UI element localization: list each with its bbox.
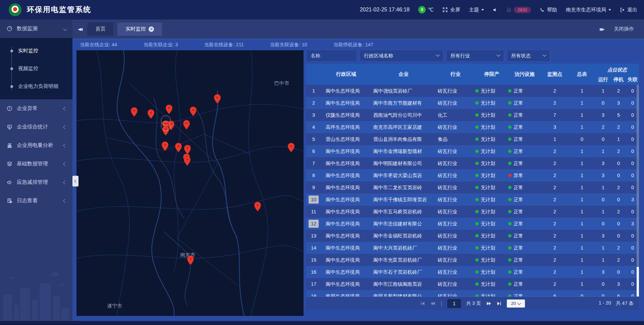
cell-index: 3: [306, 112, 321, 118]
table-row[interactable]: 3仪陇生态环境局西南油气田分公司川中化工无计划正常71350: [306, 109, 639, 121]
cell-running: 1: [595, 88, 611, 94]
table-row[interactable]: 4高坪生态环境局南充市高坪区王家店建砖瓦行业无计划正常31220: [306, 121, 639, 133]
cell-running: 0: [595, 137, 611, 142]
map-pin-icon[interactable]: [162, 142, 169, 152]
table-row[interactable]: 6阆中生态环境局阆中市金博瑞新型墙材砖瓦行业无计划正常21120: [306, 145, 639, 157]
cell-monitor-points: 2: [541, 88, 569, 94]
mute-button[interactable]: [493, 7, 498, 12]
col-header-total-meters: 总表: [569, 64, 595, 85]
tab-home[interactable]: 首页: [87, 22, 113, 36]
first-page-button[interactable]: [420, 301, 425, 306]
cell-industry: 砖瓦行业: [436, 172, 475, 179]
map-panel[interactable]: 巴中市南充市遂宁市: [76, 50, 304, 316]
map-pin-icon[interactable]: [214, 94, 221, 105]
status-dot: [475, 234, 479, 237]
sidebar-item-data-monitor[interactable]: 数据监测: [0, 19, 72, 38]
status-dot: [475, 138, 479, 141]
tab-scroll-right-icon[interactable]: ◀◀: [599, 27, 604, 32]
scrollbar-thumb[interactable]: [637, 267, 639, 296]
map-pin-icon[interactable]: [166, 105, 173, 115]
cell-company: 阆中市千佛镇五郎垭页岩: [371, 197, 436, 203]
col-header-index: [306, 64, 321, 85]
app-header: 环保用电监管系统 2021-02-25 17:46:18 0 ℃ 全屏 主题 2…: [0, 0, 644, 19]
cell-index: 11: [306, 209, 321, 214]
fullscreen-button[interactable]: 全屏: [442, 7, 460, 13]
page-number-input[interactable]: 1: [447, 299, 461, 308]
industry-filter-select[interactable]: 所有行业: [446, 50, 504, 62]
table-row[interactable]: 11阆中生态环境局阆中市五马桥页岩机砖砖瓦行业无计划正常21120: [306, 206, 639, 218]
stat-item: 当前失联设备: 10: [270, 42, 307, 48]
cell-monitor-points: 2: [541, 221, 569, 226]
sidebar-item-label: 应急减排管理: [17, 179, 48, 186]
tab-realtime-monitor[interactable]: 实时监控 ✕: [117, 22, 162, 36]
sidebar-item-enterprise-anomaly[interactable]: 企业异常: [0, 99, 72, 118]
map-pin-icon[interactable]: [148, 109, 155, 120]
close-operations-button[interactable]: 关闭操作: [614, 26, 634, 32]
help-button[interactable]: 帮助: [540, 7, 557, 13]
table-row[interactable]: 13阆中生态环境局阆中市金福旺页岩机砖砖瓦行业无计划正常21300: [306, 230, 639, 242]
map-pin-icon[interactable]: [130, 107, 138, 118]
table-row[interactable]: 12阆中生态环境局阆中市忠信建材有限公砖瓦行业无计划正常21003: [306, 218, 639, 230]
table-row[interactable]: 10阆中生态环境局阆中市千佛镇五郎垭页岩砖瓦行业无计划正常21003: [306, 194, 639, 206]
sidebar-item-log-view[interactable]: 日志查看: [0, 192, 72, 210]
table-row[interactable]: 8阆中生态环境局阆中市枣碧大梁山页岩砖瓦行业无计划异常21300: [306, 169, 639, 181]
table-row[interactable]: 15阆中生态环境局阆中市光富页岩机砖厂砖瓦行业无计划正常21120: [306, 254, 639, 266]
table-row[interactable]: 1阆中生态环境局阆中强锐页岩砖厂砖瓦行业无计划正常21120: [306, 85, 639, 97]
map-pin-icon[interactable]: [183, 120, 190, 131]
region-filter-select[interactable]: 行政区域名称: [360, 50, 443, 62]
table-row[interactable]: 18南部生态环境局南部县新型建材有限公砖瓦行业无计划正常60060: [306, 290, 639, 296]
sidebar-item-power-usage-analysis[interactable]: 企业用电量分析: [0, 136, 72, 155]
previous-page-button[interactable]: [430, 301, 435, 306]
table-row[interactable]: 9阆中生态环境局阆中市二龙长宝页岩砖砖瓦行业无计划正常21120: [306, 181, 639, 194]
sidebar-subitem-realtime-monitor[interactable]: 实时监控: [0, 42, 72, 60]
tab-scroll-left-icon[interactable]: ◀◀: [78, 27, 83, 32]
sidebar-item-enterprise-statistics[interactable]: 企业综合统计: [0, 118, 72, 136]
cell-pollution-control: 正常: [508, 281, 541, 287]
table-scrollbar[interactable]: [637, 85, 639, 296]
cell-total-meters: 1: [569, 209, 595, 214]
cell-company: 西南油气田分公司川中: [371, 112, 436, 118]
map-pin-icon[interactable]: [287, 143, 294, 154]
logout-button[interactable]: 退出: [620, 7, 637, 13]
notification-area[interactable]: 2632: [506, 7, 531, 13]
theme-dropdown[interactable]: 主题: [469, 7, 484, 13]
status-dot: [475, 210, 479, 213]
map-pin-icon[interactable]: [162, 126, 169, 137]
table-row[interactable]: 16阆中生态环境局阆中市石子页岩机砖厂砖瓦行业无计划正常21300: [306, 266, 639, 278]
tab-close-icon[interactable]: ✕: [149, 26, 154, 32]
map-pin-icon[interactable]: [183, 156, 191, 167]
user-dropdown[interactable]: 南充市生态环境局: [566, 7, 611, 13]
cell-running: 1: [595, 245, 611, 251]
cell-stopped: 0: [611, 197, 626, 202]
record-total-label: 共 47 条: [616, 300, 634, 307]
cell-company: 阆中市金博瑞新型墙材: [371, 148, 436, 155]
table-row[interactable]: 2阆中生态环境局阆中市南方节能建材有砖瓦行业无计划正常21030: [306, 97, 639, 109]
map-pin-icon[interactable]: [254, 202, 261, 213]
status-dot: [475, 270, 479, 274]
sidebar-subitem-power-load-detail[interactable]: 企业电力负荷明细: [0, 77, 72, 95]
table-row[interactable]: 5营山生态环境局营山县润丰肉食品有限食品无计划正常10010: [306, 133, 639, 145]
bell-icon: [506, 7, 512, 12]
cell-industry: 砖瓦行业: [436, 233, 475, 239]
sidebar-subitem-video-monitor[interactable]: 视频监控: [0, 60, 72, 77]
sidebar-collapse-handle[interactable]: [72, 176, 78, 186]
cell-total-meters: 1: [569, 112, 595, 118]
status-filter-select[interactable]: 所有状态: [507, 50, 550, 62]
bottom-strip: [0, 321, 644, 325]
map-pin-icon[interactable]: [175, 143, 182, 154]
map-pin-icon[interactable]: [190, 107, 197, 117]
cell-monitor-points: 2: [541, 245, 569, 251]
last-page-button[interactable]: [497, 301, 501, 306]
page-size-select[interactable]: 20: [507, 300, 525, 308]
status-dot: [508, 101, 512, 105]
name-filter-input[interactable]: [311, 53, 353, 58]
sidebar-item-base-data-management[interactable]: 基础数据管理: [0, 155, 72, 173]
map-pin-icon[interactable]: [187, 256, 194, 266]
table-row[interactable]: 17阆中生态环境局阆中市江南镇阆南页岩砖瓦行业无计划正常21030: [306, 278, 639, 290]
name-filter-field[interactable]: [306, 50, 357, 62]
next-page-button[interactable]: [486, 301, 491, 306]
sidebar-item-emergency-reduction[interactable]: 应急减排管理: [0, 173, 72, 192]
pagination-divider: |: [441, 301, 442, 306]
table-row[interactable]: 14阆中生态环境局阆中大兴页岩机砖厂砖瓦行业无计划正常21120: [306, 242, 639, 254]
table-row[interactable]: 7阆中生态环境局阆中明阳建材有限公司砖瓦行业无计划正常21300: [306, 157, 639, 169]
